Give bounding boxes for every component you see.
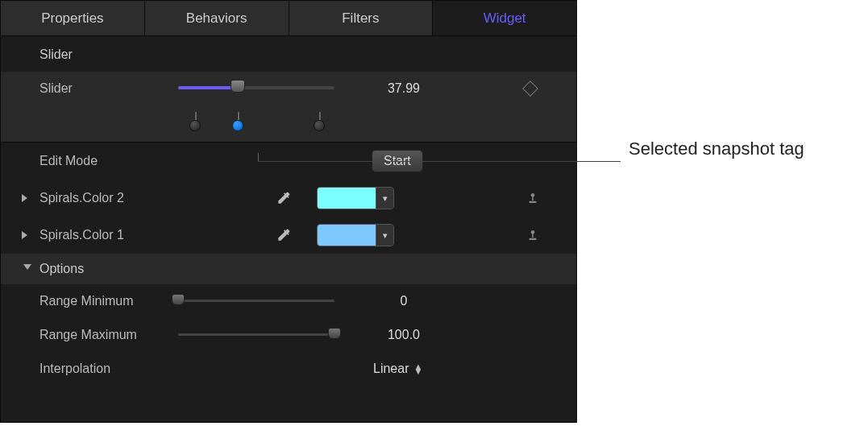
joystick-icon[interactable]: [525, 190, 540, 206]
chevron-right-icon[interactable]: [22, 231, 27, 239]
annotation-text: Selected snapshot tag: [629, 139, 804, 159]
chevron-down-icon[interactable]: ▾: [376, 225, 393, 246]
svg-rect-5: [530, 238, 537, 240]
tab-filters[interactable]: Filters: [289, 1, 434, 35]
inspector-panel: Properties Behaviors Filters Widget Slid…: [0, 0, 577, 423]
slider-thumb[interactable]: [172, 294, 185, 305]
options-header[interactable]: Options: [1, 254, 576, 284]
slider-value[interactable]: 37.99: [380, 81, 428, 96]
svg-rect-2: [530, 201, 537, 203]
parameter-row: Spirals.Color 1▾: [1, 217, 576, 254]
chevron-right-icon[interactable]: [22, 194, 27, 202]
callout-line: [258, 153, 259, 161]
edit-mode-label: Edit Mode: [39, 154, 178, 168]
snapshot-tag[interactable]: [232, 120, 243, 131]
range-max-slider[interactable]: [178, 329, 334, 341]
chevron-down-icon[interactable]: ▾: [376, 188, 393, 209]
interpolation-label: Interpolation: [39, 362, 178, 376]
tab-behaviors[interactable]: Behaviors: [145, 1, 289, 35]
range-min-slider[interactable]: [178, 295, 334, 308]
section-title: Slider: [1, 36, 576, 72]
inspector-tabs: Properties Behaviors Filters Widget: [1, 1, 576, 36]
snapshot-tag[interactable]: [189, 120, 201, 131]
param-label: Spirals.Color 2: [39, 191, 178, 205]
range-max-value[interactable]: 100.0: [380, 328, 428, 342]
range-min-label: Range Minimum: [39, 294, 178, 308]
snapshot-tag[interactable]: [314, 120, 325, 131]
snapshot-track[interactable]: [178, 112, 334, 136]
range-max-label: Range Maximum: [39, 328, 178, 342]
joystick-icon[interactable]: [525, 227, 540, 243]
tab-widget[interactable]: Widget: [433, 1, 576, 35]
chevron-down-icon: [23, 264, 31, 274]
slider-label: Slider: [39, 81, 178, 96]
range-min-row: Range Minimum 0: [1, 284, 576, 318]
eyedropper-icon[interactable]: [275, 226, 293, 244]
options-label: Options: [39, 262, 84, 276]
keyframe-icon[interactable]: [522, 81, 538, 97]
range-min-value[interactable]: 0: [380, 294, 428, 308]
param-label: Spirals.Color 1: [39, 228, 178, 242]
interpolation-row: Interpolation Linear ▲▼: [1, 352, 576, 386]
slider-row: Slider 37.99: [1, 72, 576, 105]
parameter-row: Spirals.Color 2▾: [1, 180, 576, 217]
callout-line: [258, 161, 621, 162]
eyedropper-icon[interactable]: [275, 189, 293, 207]
svg-rect-1: [532, 196, 534, 201]
slider-thumb[interactable]: [328, 328, 341, 339]
slider-control[interactable]: [178, 81, 334, 96]
svg-rect-4: [532, 234, 534, 238]
tab-properties[interactable]: Properties: [1, 1, 145, 35]
color-swatch[interactable]: ▾: [317, 224, 394, 246]
interpolation-popup[interactable]: Linear ▲▼: [373, 362, 422, 376]
popup-caret-icon: ▲▼: [413, 364, 422, 374]
color-swatch[interactable]: ▾: [317, 187, 394, 209]
range-max-row: Range Maximum 100.0: [1, 318, 576, 352]
slider-thumb[interactable]: [230, 80, 245, 93]
snapshot-tag-row: [1, 105, 576, 143]
